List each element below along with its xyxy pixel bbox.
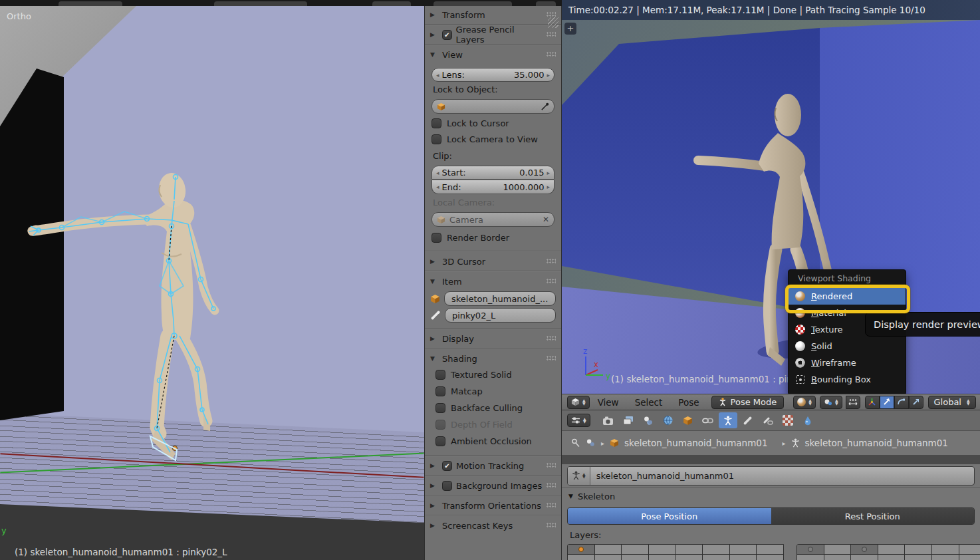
tab-constraints[interactable] — [699, 412, 717, 428]
pivot-point-selector[interactable]: ▲▼ — [820, 396, 842, 409]
lock-object-field[interactable] — [431, 99, 554, 114]
armature-id-field[interactable]: ▲▼ skeleton_humanoid_humanm01 — [567, 466, 975, 486]
region-expand-button[interactable]: + — [564, 23, 576, 35]
layer-cell[interactable] — [703, 545, 730, 555]
layer-cell[interactable] — [675, 545, 703, 555]
menu-item-bounding-box[interactable]: Bounding Box — [789, 371, 906, 388]
layer-cell[interactable] — [757, 545, 784, 555]
view-menu[interactable]: View — [590, 397, 627, 408]
render-border-checkbox[interactable] — [431, 233, 441, 243]
ambient-occlusion-row[interactable]: Ambient Occlusion — [425, 433, 561, 450]
tab-render[interactable] — [599, 412, 618, 428]
lock-camera-checkbox[interactable] — [431, 134, 441, 144]
drag-grip-icon[interactable] — [547, 483, 556, 488]
drag-grip-icon[interactable] — [547, 279, 556, 284]
layer-cell[interactable] — [622, 555, 649, 560]
panel-header-display[interactable]: ▶ Display — [425, 331, 561, 347]
mode-selector[interactable]: Pose Mode — [711, 396, 785, 409]
layer-cell[interactable] — [703, 555, 730, 560]
scale-manipulator-button[interactable] — [909, 396, 923, 409]
panel-header-transform[interactable]: ▶ Transform — [425, 7, 561, 23]
panel-header-shading[interactable]: ▼ Shading — [425, 350, 561, 366]
layer-cell[interactable] — [595, 555, 622, 560]
ambient-occlusion-checkbox[interactable] — [435, 436, 445, 446]
id-name-value[interactable]: skeleton_humanoid_humanm01 — [590, 471, 734, 481]
posed-character-with-armature[interactable] — [0, 0, 424, 560]
backface-culling-checkbox[interactable] — [435, 403, 445, 413]
drag-grip-icon[interactable] — [547, 356, 556, 361]
layer-cell[interactable] — [878, 545, 906, 555]
viewport-3d-solid[interactable]: Ortho y (1) skeleton_humanoid_humanm01 :… — [0, 0, 424, 560]
pose-position-button[interactable]: Pose Position — [568, 508, 771, 524]
menu-item-wireframe[interactable]: Wireframe — [789, 354, 906, 371]
manipulator-axis-button[interactable] — [865, 396, 880, 409]
panel-header-screencast-keys[interactable]: ▶ Screencast Keys — [425, 517, 561, 533]
backface-culling-row[interactable]: Backface Culling — [425, 400, 561, 416]
matcap-row[interactable]: Matcap — [425, 383, 561, 400]
tab-render-layers[interactable] — [619, 412, 638, 428]
layer-cell[interactable] — [824, 545, 852, 555]
menu-item-solid[interactable]: Solid — [789, 338, 906, 354]
lock-camera-row[interactable]: Lock Camera to View — [425, 131, 561, 147]
layer-cell[interactable] — [595, 545, 622, 555]
panel-header-motion-tracking[interactable]: ▶ ✔ Motion Tracking — [425, 458, 561, 474]
scene-icon[interactable] — [586, 438, 596, 448]
layer-cell[interactable] — [932, 545, 959, 555]
editor-type-selector[interactable]: ▲▼ — [567, 414, 590, 427]
layer-cell[interactable] — [649, 545, 676, 555]
rest-position-button[interactable]: Rest Position — [771, 508, 975, 524]
tab-object[interactable] — [679, 412, 697, 428]
layer-cell[interactable] — [905, 545, 932, 555]
layer-cell[interactable] — [797, 555, 824, 560]
render-border-row[interactable]: Render Border — [425, 229, 561, 245]
layer-cell-marked[interactable] — [851, 545, 878, 555]
panel-header-view[interactable]: ▼ View — [425, 47, 561, 63]
decrement-arrow-icon[interactable]: ◂ — [436, 72, 439, 78]
eyedropper-icon[interactable] — [541, 102, 549, 111]
skeleton-panel-header[interactable]: ▼ Skeleton — [562, 487, 980, 505]
manipulate-center-points-button[interactable] — [846, 396, 860, 409]
background-images-checkbox[interactable] — [442, 481, 452, 491]
layer-cell[interactable] — [568, 555, 595, 560]
layer-cell-active[interactable] — [568, 545, 595, 555]
drag-grip-icon[interactable] — [547, 259, 556, 264]
drag-grip-icon[interactable] — [547, 52, 556, 57]
layer-cell[interactable] — [730, 555, 757, 560]
panel-header-3d-cursor[interactable]: ▶ 3D Cursor — [425, 253, 561, 269]
local-camera-field[interactable]: Camera ✕ — [431, 212, 554, 227]
layer-cell[interactable] — [905, 555, 932, 560]
breadcrumb-data-name[interactable]: skeleton_humanoid_humanm01 — [805, 438, 948, 448]
layer-cell[interactable] — [878, 555, 906, 560]
id-browse-chip[interactable]: ▲▼ — [568, 467, 590, 485]
grease-pencil-checkbox[interactable]: ✔ — [442, 30, 452, 40]
lens-slider[interactable]: ◂ Lens: 35.000 ▸ — [431, 68, 554, 82]
motion-tracking-checkbox[interactable]: ✔ — [442, 461, 452, 471]
textured-solid-row[interactable]: Textured Solid — [425, 366, 561, 383]
clip-end-slider[interactable]: ◂ End: 1000.000 ▸ — [431, 180, 554, 194]
tab-object-data-armature[interactable] — [719, 412, 737, 428]
pose-menu[interactable]: Pose — [670, 397, 707, 408]
layer-cell[interactable] — [730, 545, 757, 555]
panel-header-transform-orientations[interactable]: ▶ Transform Orientations — [425, 497, 561, 513]
layer-cell-marked[interactable] — [797, 545, 824, 555]
panel-header-grease-pencil[interactable]: ▶ ✔ Grease Pencil Layers — [425, 27, 561, 43]
layer-cell[interactable] — [622, 545, 649, 555]
select-menu[interactable]: Select — [627, 397, 671, 408]
clip-start-slider[interactable]: ◂ Start: 0.015 ▸ — [431, 166, 554, 180]
layer-cell[interactable] — [959, 555, 980, 560]
transform-orientation-selector[interactable]: Global ▲▼ — [928, 396, 976, 409]
drag-grip-icon[interactable] — [547, 12, 556, 17]
object-name-field[interactable]: skeleton_humanoid_... — [444, 291, 556, 306]
increment-arrow-icon[interactable]: ▸ — [547, 72, 550, 78]
tab-physics[interactable] — [798, 412, 817, 428]
lock-to-cursor-checkbox[interactable] — [431, 118, 441, 128]
layer-cell[interactable] — [851, 555, 878, 560]
drag-grip-icon[interactable] — [547, 523, 556, 528]
clear-x-icon[interactable]: ✕ — [543, 215, 549, 224]
lock-to-cursor-row[interactable]: Lock to Cursor — [425, 115, 561, 131]
editor-type-selector[interactable]: ▲▼ — [567, 396, 590, 409]
panel-resize-grip[interactable] — [548, 17, 558, 28]
tab-bone[interactable] — [739, 412, 757, 428]
breadcrumb-object-name[interactable]: skeleton_humanoid_humanm01 — [624, 438, 767, 448]
drag-grip-icon[interactable] — [547, 336, 556, 341]
